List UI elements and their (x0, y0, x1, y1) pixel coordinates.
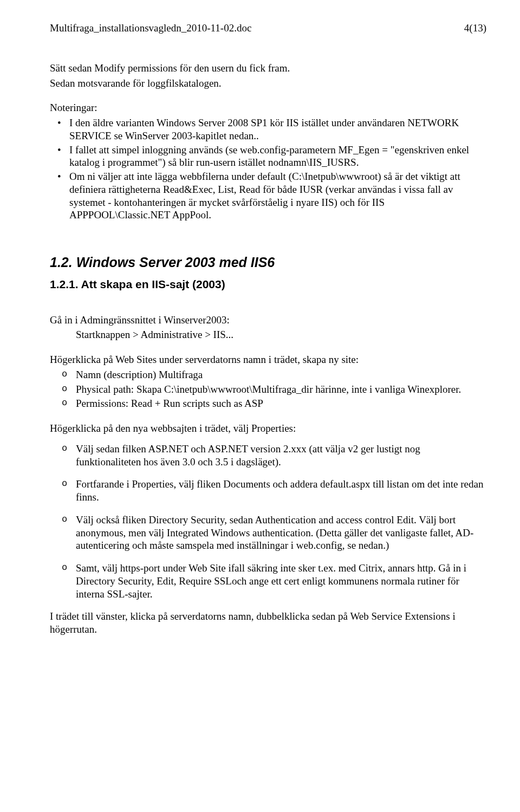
properties-item: Välj också fliken Directory Security, se… (50, 514, 486, 552)
noteringar-item: I fallet att simpel inloggning används (… (50, 144, 486, 170)
noteringar-list: I den äldre varianten Windows Server 200… (50, 116, 486, 222)
admin-intro: Gå in i Admingränssnittet i Winserver200… (50, 314, 486, 327)
properties-intro: Högerklicka på den nya webbsajten i träd… (50, 422, 486, 435)
subsection-heading: 1.2.1. Att skapa en IIS-sajt (2003) (50, 277, 486, 291)
intro-paragraph-1: Sätt sedan Modify permissions för den us… (50, 62, 486, 75)
websites-item: Physical path: Skapa C:\inetpub\wwwroot\… (50, 383, 486, 396)
websites-item: Namn (description) Multifraga (50, 368, 486, 381)
websites-intro: Högerklicka på Web Sites under serverdat… (50, 353, 486, 366)
page-header: Multifraga_installationsvagledn_2010-11-… (50, 22, 486, 35)
websites-list: Namn (description) Multifraga Physical p… (50, 368, 486, 410)
properties-item: Fortfarande i Properties, välj fliken Do… (50, 478, 486, 504)
noteringar-item: Om ni väljer att inte lägga webbfilerna … (50, 170, 486, 222)
noteringar-title: Noteringar: (50, 101, 486, 114)
header-filename: Multifraga_installationsvagledn_2010-11-… (50, 22, 251, 35)
admin-path: Startknappen > Administrative > IIS... (50, 328, 486, 341)
intro-paragraph-2: Sedan motsvarande för loggfilskatalogen. (50, 77, 486, 90)
noteringar-item: I den äldre varianten Windows Server 200… (50, 116, 486, 142)
properties-list: Välj sedan filken ASP.NET och ASP.NET ve… (50, 443, 486, 601)
header-page-number: 4(13) (464, 22, 486, 35)
properties-item: Välj sedan filken ASP.NET och ASP.NET ve… (50, 443, 486, 469)
tree-outro: I trädet till vänster, klicka på serverd… (50, 610, 486, 636)
properties-item: Samt, välj https-port under Web Site ifa… (50, 562, 486, 600)
section-heading: 1.2. Windows Server 2003 med IIS6 (50, 254, 486, 271)
websites-item: Permissions: Read + Run scripts such as … (50, 397, 486, 410)
